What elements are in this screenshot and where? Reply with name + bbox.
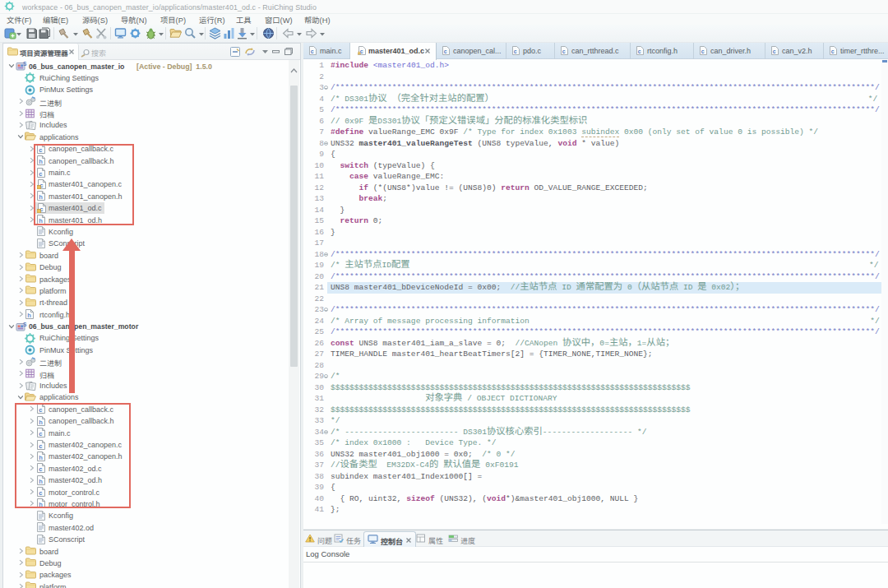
svg-text:c: c	[311, 49, 314, 54]
svg-text:c: c	[831, 49, 835, 54]
svg-text:S: S	[23, 61, 27, 67]
svg-text:c: c	[562, 49, 566, 54]
svg-text:c: c	[773, 49, 776, 54]
svg-text:c: c	[514, 49, 517, 54]
svg-text:c: c	[638, 49, 641, 54]
svg-text:S: S	[23, 322, 27, 327]
svg-text:c: c	[444, 49, 447, 54]
svg-text:h: h	[27, 312, 31, 319]
svg-text:c: c	[701, 49, 705, 54]
